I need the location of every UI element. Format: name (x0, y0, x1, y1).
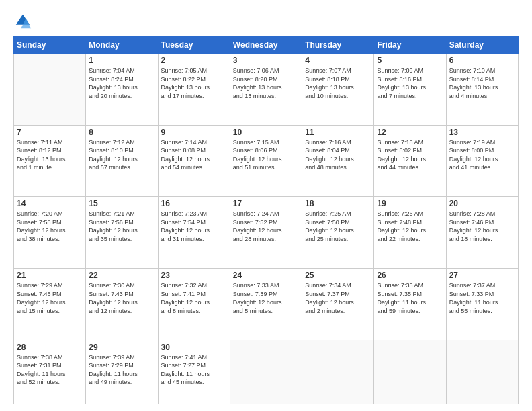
day-cell: 15Sunrise: 7:21 AM Sunset: 7:56 PM Dayli… (86, 197, 158, 269)
day-info: Sunrise: 7:35 AM Sunset: 7:35 PM Dayligh… (377, 281, 443, 315)
day-info: Sunrise: 7:33 AM Sunset: 7:39 PM Dayligh… (233, 281, 299, 315)
day-cell: 11Sunrise: 7:16 AM Sunset: 8:04 PM Dayli… (302, 125, 374, 197)
day-number: 5 (377, 56, 443, 65)
day-cell: 26Sunrise: 7:35 AM Sunset: 7:35 PM Dayli… (374, 268, 446, 340)
day-number: 8 (89, 128, 154, 137)
day-cell: 17Sunrise: 7:24 AM Sunset: 7:52 PM Dayli… (230, 197, 302, 269)
day-info: Sunrise: 7:25 AM Sunset: 7:50 PM Dayligh… (305, 210, 371, 243)
day-info: Sunrise: 7:14 AM Sunset: 8:08 PM Dayligh… (161, 138, 227, 172)
weekday-header-saturday: Saturday (446, 37, 518, 54)
day-cell (446, 340, 518, 404)
day-info: Sunrise: 7:26 AM Sunset: 7:48 PM Dayligh… (377, 210, 443, 243)
day-number: 6 (449, 56, 515, 65)
day-cell: 24Sunrise: 7:33 AM Sunset: 7:39 PM Dayli… (230, 268, 302, 340)
day-cell (14, 54, 86, 126)
day-info: Sunrise: 7:06 AM Sunset: 8:20 PM Dayligh… (233, 66, 299, 100)
day-cell: 23Sunrise: 7:32 AM Sunset: 7:41 PM Dayli… (158, 268, 230, 340)
week-row-3: 14Sunrise: 7:20 AM Sunset: 7:58 PM Dayli… (14, 197, 519, 269)
week-row-2: 7Sunrise: 7:11 AM Sunset: 8:12 PM Daylig… (14, 125, 519, 197)
day-info: Sunrise: 7:32 AM Sunset: 7:41 PM Dayligh… (161, 281, 227, 315)
weekday-header-row: SundayMondayTuesdayWednesdayThursdayFrid… (14, 37, 519, 54)
weekday-header-wednesday: Wednesday (230, 37, 302, 54)
day-number: 17 (233, 199, 299, 208)
day-cell: 22Sunrise: 7:30 AM Sunset: 7:43 PM Dayli… (86, 268, 158, 340)
week-row-4: 21Sunrise: 7:29 AM Sunset: 7:45 PM Dayli… (14, 268, 519, 340)
day-number: 21 (17, 271, 83, 280)
day-info: Sunrise: 7:20 AM Sunset: 7:58 PM Dayligh… (17, 210, 83, 243)
weekday-header-friday: Friday (374, 37, 446, 54)
day-cell: 10Sunrise: 7:15 AM Sunset: 8:06 PM Dayli… (230, 125, 302, 197)
day-info: Sunrise: 7:30 AM Sunset: 7:43 PM Dayligh… (89, 281, 154, 315)
day-number: 29 (89, 342, 154, 352)
day-info: Sunrise: 7:12 AM Sunset: 8:10 PM Dayligh… (89, 138, 154, 172)
logo (13, 12, 35, 31)
day-number: 7 (17, 128, 83, 137)
day-cell: 29Sunrise: 7:39 AM Sunset: 7:29 PM Dayli… (86, 340, 158, 404)
day-cell: 21Sunrise: 7:29 AM Sunset: 7:45 PM Dayli… (14, 268, 86, 340)
day-number: 18 (305, 199, 371, 208)
day-info: Sunrise: 7:23 AM Sunset: 7:54 PM Dayligh… (161, 210, 227, 243)
day-cell: 8Sunrise: 7:12 AM Sunset: 8:10 PM Daylig… (86, 125, 158, 197)
day-cell: 7Sunrise: 7:11 AM Sunset: 8:12 PM Daylig… (14, 125, 86, 197)
day-number: 25 (305, 271, 371, 280)
day-info: Sunrise: 7:04 AM Sunset: 8:24 PM Dayligh… (89, 66, 154, 100)
day-cell: 6Sunrise: 7:10 AM Sunset: 8:14 PM Daylig… (446, 54, 518, 126)
day-number: 27 (449, 271, 515, 280)
day-info: Sunrise: 7:05 AM Sunset: 8:22 PM Dayligh… (161, 66, 227, 100)
day-cell: 14Sunrise: 7:20 AM Sunset: 7:58 PM Dayli… (14, 197, 86, 269)
day-cell: 5Sunrise: 7:09 AM Sunset: 8:16 PM Daylig… (374, 54, 446, 126)
day-number: 20 (449, 199, 515, 208)
day-number: 10 (233, 128, 299, 137)
page: SundayMondayTuesdayWednesdayThursdayFrid… (0, 0, 532, 411)
day-cell: 9Sunrise: 7:14 AM Sunset: 8:08 PM Daylig… (158, 125, 230, 197)
day-cell: 28Sunrise: 7:38 AM Sunset: 7:31 PM Dayli… (14, 340, 86, 404)
day-info: Sunrise: 7:24 AM Sunset: 7:52 PM Dayligh… (233, 210, 299, 243)
day-cell (230, 340, 302, 404)
day-number: 14 (17, 199, 83, 208)
logo-icon (13, 12, 32, 31)
weekday-header-thursday: Thursday (302, 37, 374, 54)
day-cell: 27Sunrise: 7:37 AM Sunset: 7:33 PM Dayli… (446, 268, 518, 340)
day-info: Sunrise: 7:19 AM Sunset: 8:00 PM Dayligh… (449, 138, 515, 172)
day-info: Sunrise: 7:28 AM Sunset: 7:46 PM Dayligh… (449, 210, 515, 243)
day-number: 28 (17, 342, 83, 352)
day-cell: 1Sunrise: 7:04 AM Sunset: 8:24 PM Daylig… (86, 54, 158, 126)
day-info: Sunrise: 7:11 AM Sunset: 8:12 PM Dayligh… (17, 138, 83, 172)
day-cell: 25Sunrise: 7:34 AM Sunset: 7:37 PM Dayli… (302, 268, 374, 340)
day-info: Sunrise: 7:18 AM Sunset: 8:02 PM Dayligh… (377, 138, 443, 172)
weekday-header-sunday: Sunday (14, 37, 86, 54)
weekday-header-tuesday: Tuesday (158, 37, 230, 54)
day-info: Sunrise: 7:07 AM Sunset: 8:18 PM Dayligh… (305, 66, 371, 100)
day-cell: 3Sunrise: 7:06 AM Sunset: 8:20 PM Daylig… (230, 54, 302, 126)
day-info: Sunrise: 7:37 AM Sunset: 7:33 PM Dayligh… (449, 281, 515, 315)
day-info: Sunrise: 7:34 AM Sunset: 7:37 PM Dayligh… (305, 281, 371, 315)
day-info: Sunrise: 7:16 AM Sunset: 8:04 PM Dayligh… (305, 138, 371, 172)
weekday-header-monday: Monday (86, 37, 158, 54)
day-info: Sunrise: 7:41 AM Sunset: 7:27 PM Dayligh… (161, 353, 227, 387)
week-row-1: 1Sunrise: 7:04 AM Sunset: 8:24 PM Daylig… (14, 54, 519, 126)
day-cell: 13Sunrise: 7:19 AM Sunset: 8:00 PM Dayli… (446, 125, 518, 197)
calendar-table: SundayMondayTuesdayWednesdayThursdayFrid… (13, 36, 519, 404)
day-info: Sunrise: 7:38 AM Sunset: 7:31 PM Dayligh… (17, 353, 83, 387)
day-cell: 12Sunrise: 7:18 AM Sunset: 8:02 PM Dayli… (374, 125, 446, 197)
day-number: 24 (233, 271, 299, 280)
day-cell: 2Sunrise: 7:05 AM Sunset: 8:22 PM Daylig… (158, 54, 230, 126)
day-info: Sunrise: 7:39 AM Sunset: 7:29 PM Dayligh… (89, 353, 154, 387)
day-number: 19 (377, 199, 443, 208)
day-cell: 16Sunrise: 7:23 AM Sunset: 7:54 PM Dayli… (158, 197, 230, 269)
day-number: 16 (161, 199, 227, 208)
day-info: Sunrise: 7:10 AM Sunset: 8:14 PM Dayligh… (449, 66, 515, 100)
day-info: Sunrise: 7:29 AM Sunset: 7:45 PM Dayligh… (17, 281, 83, 315)
day-cell: 30Sunrise: 7:41 AM Sunset: 7:27 PM Dayli… (158, 340, 230, 404)
day-cell (302, 340, 374, 404)
day-number: 22 (89, 271, 154, 280)
day-cell: 4Sunrise: 7:07 AM Sunset: 8:18 PM Daylig… (302, 54, 374, 126)
day-number: 26 (377, 271, 443, 280)
week-row-5: 28Sunrise: 7:38 AM Sunset: 7:31 PM Dayli… (14, 340, 519, 404)
day-number: 23 (161, 271, 227, 280)
day-number: 9 (161, 128, 227, 137)
day-cell: 20Sunrise: 7:28 AM Sunset: 7:46 PM Dayli… (446, 197, 518, 269)
day-info: Sunrise: 7:15 AM Sunset: 8:06 PM Dayligh… (233, 138, 299, 172)
day-info: Sunrise: 7:09 AM Sunset: 8:16 PM Dayligh… (377, 66, 443, 100)
day-cell: 18Sunrise: 7:25 AM Sunset: 7:50 PM Dayli… (302, 197, 374, 269)
